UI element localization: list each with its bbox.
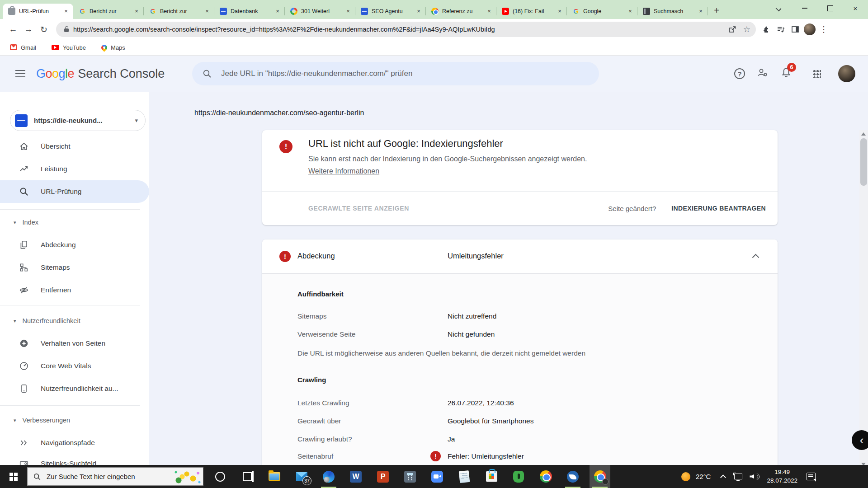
browser-tab[interactable]: Datenbank × [214, 4, 285, 19]
breadcrumbs-icon [19, 438, 29, 448]
account-avatar[interactable] [838, 65, 855, 82]
notepad-button[interactable] [454, 465, 475, 488]
browser-tab[interactable]: 301 Weiterl × [285, 4, 355, 19]
browser-tab[interactable]: (16) Fix: Fail × [496, 4, 567, 19]
learn-more-link[interactable]: Weitere Informationen [308, 167, 379, 175]
start-button[interactable] [0, 465, 27, 488]
browser-tab[interactable]: G Google × [567, 4, 637, 19]
browser-tab[interactable]: Referenz zu × [426, 4, 496, 19]
sidebar-item-abdeckung[interactable]: Abdeckung [0, 234, 149, 256]
taskbar-search-input[interactable]: Zur Suche Text hier eingeben [27, 467, 203, 486]
sidebar-item-nutzerfreundlichkeit-mobil[interactable]: Nutzerfreundlichkeit au... [0, 377, 149, 400]
back-icon[interactable]: ← [5, 24, 21, 34]
calculator-button[interactable] [400, 465, 420, 488]
weather-sun-icon[interactable] [681, 472, 690, 481]
sidebar-item-navigationspfade[interactable]: Navigationspfade [0, 432, 149, 454]
tab-close-icon[interactable]: × [697, 8, 704, 15]
scrollbar-thumb[interactable] [860, 138, 867, 186]
status-card-footer: GECRAWLTE SEITE ANZEIGEN Seite geändert?… [262, 191, 778, 225]
tab-close-icon[interactable]: × [556, 8, 563, 15]
tab-close-icon[interactable]: × [486, 8, 493, 15]
share-icon[interactable] [728, 25, 737, 34]
notifications-bell-icon[interactable]: 6 [780, 67, 792, 80]
chevron-up-icon[interactable] [753, 253, 759, 259]
window-minimize-button[interactable] [792, 0, 817, 16]
tab-close-icon[interactable]: × [62, 8, 70, 15]
sidebar-item-uebersicht[interactable]: Übersicht [0, 135, 149, 158]
google-apps-grid-icon[interactable] [813, 70, 821, 78]
coverage-card-header[interactable]: ! Abdeckung Umleitungsfehler [262, 239, 778, 274]
pia-vpn-button[interactable] [508, 465, 529, 488]
tab-close-icon[interactable]: × [627, 8, 634, 15]
url-text[interactable]: https://search.google.com/search-console… [73, 26, 722, 33]
overlay-back-button[interactable]: ‹ [852, 430, 868, 450]
vertical-scrollbar[interactable] [859, 130, 868, 468]
help-icon[interactable]: ? [734, 68, 745, 79]
sidebar-item-leistung[interactable]: Leistung [0, 158, 149, 180]
browser-tab[interactable]: Suchmasch × [637, 4, 708, 19]
request-indexing-button[interactable]: INDEXIERUNG BEANTRAGEN [671, 205, 766, 212]
forward-icon[interactable]: → [21, 24, 36, 34]
volume-button[interactable] [750, 474, 767, 480]
tab-close-icon[interactable]: × [344, 8, 352, 15]
bookmark-gmail[interactable]: Gmail [10, 44, 36, 51]
network-icon[interactable] [734, 474, 742, 479]
chrome-active-button[interactable] [590, 465, 610, 488]
browser-profile-avatar[interactable] [804, 23, 816, 35]
browser-address-bar: ← → ↻ https://search.google.com/search-c… [0, 19, 868, 40]
microsoft-store-button[interactable] [481, 465, 502, 488]
new-tab-button[interactable]: + [710, 4, 723, 18]
extensions-puzzle-icon[interactable] [760, 25, 772, 34]
temperature-label[interactable]: 22°C [696, 473, 711, 480]
word-button[interactable]: W [345, 465, 366, 488]
window-maximize-button[interactable] [817, 0, 843, 16]
reload-icon[interactable]: ↻ [36, 24, 52, 35]
tray-expand-icon[interactable] [721, 474, 726, 479]
url-omnibox[interactable]: https://search.google.com/search-console… [56, 22, 756, 37]
cortana-button[interactable] [210, 465, 231, 488]
scroll-up-icon[interactable] [861, 132, 866, 136]
taskbar-clock[interactable]: 19:49 28.07.2022 [767, 468, 797, 484]
sidebar-section-index[interactable]: ▾ Index [0, 213, 149, 232]
file-explorer-button[interactable] [264, 465, 285, 488]
bookmark-star-icon[interactable]: ☆ [743, 24, 750, 34]
browser-tab[interactable]: G Bericht zur × [73, 4, 144, 19]
task-view-button[interactable] [237, 465, 258, 488]
side-panel-icon[interactable] [789, 25, 801, 34]
sidebar-item-core-web-vitals[interactable]: Core Web Vitals [0, 355, 149, 377]
color-ring-favicon [290, 8, 297, 15]
zoom-button[interactable] [427, 465, 448, 488]
browser-tab[interactable]: G Bericht zur × [144, 4, 214, 19]
bookmark-youtube[interactable]: YouTube [52, 44, 86, 51]
gsc-logo[interactable]: GoogleSearch Console [36, 67, 165, 81]
tab-close-icon[interactable]: × [415, 8, 422, 15]
sidebar-section-nutzerfreundlichkeit[interactable]: ▾ Nutzerfreundlichkeit [0, 311, 149, 330]
bookmark-maps[interactable]: Maps [101, 44, 125, 51]
url-inspection-search-input[interactable]: Jede URL in "https://die-neukundenmacher… [192, 62, 599, 85]
powerpoint-button[interactable]: P [373, 465, 393, 488]
window-close-button[interactable]: × [843, 0, 868, 16]
tab-close-icon[interactable]: × [203, 8, 211, 15]
property-selector[interactable]: https://die-neukund... ▾ [10, 110, 146, 131]
user-settings-icon[interactable] [757, 67, 769, 80]
sidebar-item-url-pruefung[interactable]: URL-Prüfung [0, 180, 149, 203]
action-center-icon[interactable] [807, 473, 816, 480]
sidebar-item-entfernen[interactable]: Entfernen [0, 279, 149, 301]
sidebar-item-sitemaps[interactable]: Sitemaps [0, 256, 149, 279]
thunderbird-button[interactable] [562, 465, 583, 488]
sidebar-item-verhalten-von-seiten[interactable]: Verhalten von Seiten [0, 332, 149, 355]
browser-tab[interactable]: URL-Prüfun × [3, 4, 73, 19]
tab-close-icon[interactable]: × [133, 8, 140, 15]
mail-button[interactable]: 37 [291, 465, 312, 488]
tab-close-icon[interactable]: × [274, 8, 281, 15]
edge-button[interactable] [318, 465, 339, 488]
sidebar-section-verbesserungen[interactable]: ▾ Verbesserungen [0, 411, 149, 430]
tab-search-icon[interactable] [776, 5, 781, 11]
browser-tab-strip: URL-Prüfun × G Bericht zur × G Bericht z… [0, 0, 868, 19]
chrome-button[interactable] [535, 465, 556, 488]
hamburger-menu-icon[interactable] [15, 70, 25, 77]
sidebar-item-label: Verhalten von Seiten [41, 339, 105, 347]
browser-menu-icon[interactable]: ⋮ [818, 24, 829, 34]
playlist-extension-icon[interactable] [775, 25, 787, 34]
browser-tab[interactable]: SEO Agentu × [355, 4, 426, 19]
